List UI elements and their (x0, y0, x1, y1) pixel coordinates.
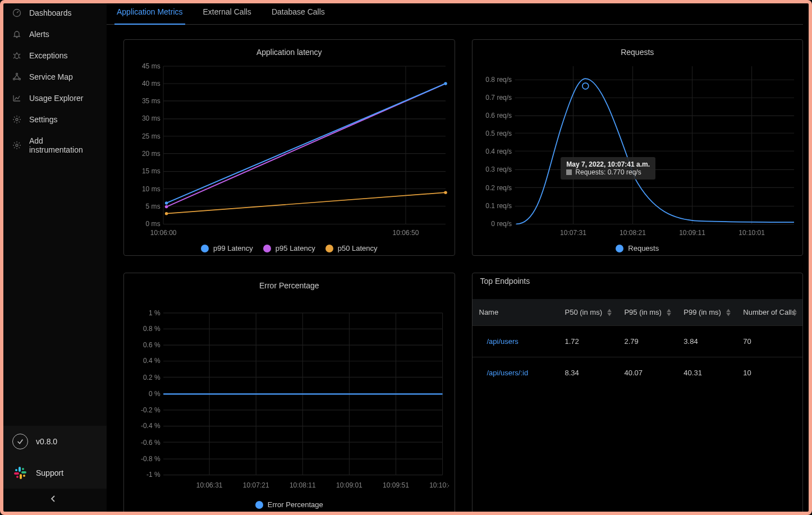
sidebar-item-service-map[interactable]: Service Map (0, 66, 107, 88)
col-p50[interactable]: P50 (in ms) (558, 299, 618, 326)
cell-p50: 1.72 (558, 326, 618, 357)
sidebar-item-exceptions[interactable]: Exceptions (0, 45, 107, 66)
col-p99[interactable]: P99 (in ms) (677, 299, 736, 326)
svg-point-66 (582, 83, 588, 89)
legend-item-requests[interactable]: Requests (616, 244, 659, 252)
tooltip-swatch-icon (566, 169, 572, 175)
endpoint-link[interactable]: /api/users/:id (472, 357, 558, 389)
requests-chart[interactable]: 0 req/s 0.1 req/s 0.2 req/s 0.3 req/s 0.… (478, 60, 797, 240)
legend-dot-icon (263, 245, 271, 252)
cell-p99: 40.31 (677, 357, 736, 389)
svg-text:-1 %: -1 % (146, 470, 160, 479)
tab-external-calls[interactable]: External Calls (201, 0, 254, 24)
svg-text:-0.8 %: -0.8 % (141, 454, 160, 463)
svg-text:10:06:31: 10:06:31 (196, 480, 223, 489)
svg-point-40 (165, 201, 168, 205)
svg-rect-7 (19, 467, 21, 472)
panel-title: Requests (478, 48, 797, 57)
tabs: Application Metrics External Calls Datab… (107, 0, 803, 25)
sidebar-collapse-button[interactable] (0, 489, 107, 515)
svg-text:10:07:21: 10:07:21 (243, 480, 269, 489)
legend-item-p99[interactable]: p99 Latency (201, 244, 253, 252)
svg-text:0.5 req/s: 0.5 req/s (485, 130, 512, 137)
support-row[interactable]: Support (0, 457, 107, 489)
col-calls[interactable]: Number of Calls (736, 299, 802, 326)
sidebar-item-alerts[interactable]: Alerts (0, 24, 107, 45)
svg-point-6 (16, 144, 18, 146)
endpoints-table: Name P50 (in ms) P95 (in ms) P99 (in ms)… (472, 299, 803, 388)
sidebar-item-label: Add instrumentation (29, 136, 94, 154)
version-label: v0.8.0 (36, 437, 57, 446)
sidebar-item-label: Dashboards (29, 8, 72, 17)
requests-panel: Requests 0 req/s 0.1 req/s 0.2 req/s 0.3… (472, 39, 804, 256)
svg-point-1 (15, 54, 19, 59)
tab-label: Database Calls (272, 7, 325, 16)
endpoint-link[interactable]: /api/users (472, 326, 558, 357)
legend-item-p95[interactable]: p95 Latency (263, 244, 315, 252)
cell-p50: 8.34 (558, 357, 618, 389)
svg-point-11 (15, 469, 17, 471)
legend-item-p50[interactable]: p50 Latency (325, 244, 378, 252)
svg-point-4 (19, 79, 21, 80)
tab-database-calls[interactable]: Database Calls (269, 0, 327, 24)
error-legend: Error Percentage (130, 496, 449, 510)
panel-title: Top Endpoints (472, 273, 803, 296)
svg-text:15 ms: 15 ms (142, 167, 160, 175)
tab-label: Application Metrics (117, 7, 183, 16)
sidebar-item-label: Exceptions (29, 51, 67, 60)
cell-p99: 3.84 (677, 326, 736, 357)
legend-label: Requests (628, 244, 659, 252)
sidebar-item-label: Usage Explorer (29, 94, 84, 103)
legend-label: p50 Latency (338, 244, 378, 252)
sidebar-item-label: Service Map (29, 72, 73, 81)
svg-text:0.8 req/s: 0.8 req/s (485, 76, 512, 84)
svg-text:30 ms: 30 ms (142, 114, 160, 122)
svg-text:0 req/s: 0 req/s (491, 220, 512, 228)
svg-text:1 %: 1 % (149, 308, 160, 317)
svg-text:10:06:00: 10:06:00 (150, 229, 177, 237)
error-chart[interactable]: -1 % -0.8 % -0.6 % -0.4 % -0.2 % 0 % 0.2… (130, 293, 449, 496)
version-row[interactable]: v0.8.0 (0, 426, 107, 457)
tab-application-metrics[interactable]: Application Metrics (114, 0, 185, 24)
sidebar-item-add-instrumentation[interactable]: Add instrumentation (0, 130, 107, 160)
svg-text:10:08:11: 10:08:11 (290, 480, 316, 489)
latency-panel: Application latency 0 ms 5 ms 10 ms 15 m… (123, 39, 455, 256)
svg-text:10 ms: 10 ms (142, 185, 160, 193)
sidebar-item-usage-explorer[interactable]: Usage Explorer (0, 88, 107, 109)
slack-icon (12, 465, 28, 481)
endpoints-panel: Top Endpoints Name P50 (in ms) P95 (in m… (472, 273, 804, 515)
svg-text:0.6 %: 0.6 % (143, 340, 160, 349)
svg-text:0.2 %: 0.2 % (143, 373, 160, 382)
gauge-icon (12, 8, 21, 17)
svg-text:0.4 req/s: 0.4 req/s (485, 148, 512, 155)
svg-point-12 (22, 468, 24, 470)
check-circle-icon (12, 434, 28, 449)
col-p95[interactable]: P95 (in ms) (617, 299, 677, 326)
svg-text:10:09:01: 10:09:01 (336, 480, 363, 489)
table-header-row: Name P50 (in ms) P95 (in ms) P99 (in ms)… (472, 299, 803, 326)
sort-icon (726, 309, 731, 316)
cell-calls: 10 (736, 357, 802, 389)
legend-item-error[interactable]: Error Percentage (255, 500, 323, 509)
svg-text:0 %: 0 % (149, 389, 160, 398)
legend-dot-icon (616, 245, 623, 252)
gear-icon (12, 115, 21, 124)
tab-label: External Calls (203, 7, 251, 16)
svg-text:45 ms: 45 ms (142, 62, 160, 70)
svg-text:0.2 req/s: 0.2 req/s (485, 184, 512, 192)
nodes-icon (12, 72, 21, 81)
sidebar-item-label: Settings (29, 115, 58, 124)
svg-text:-0.4 %: -0.4 % (141, 421, 160, 430)
sort-icon (667, 309, 671, 316)
svg-text:25 ms: 25 ms (142, 132, 160, 140)
col-name[interactable]: Name (472, 299, 558, 326)
sidebar-item-dashboards[interactable]: Dashboards (0, 2, 107, 24)
col-label: P50 (in ms) (565, 308, 602, 316)
nav: Dashboards Alerts Exceptions Service Map… (0, 0, 107, 426)
sidebar-item-settings[interactable]: Settings (0, 109, 107, 130)
cell-calls: 70 (736, 326, 802, 357)
col-label: Name (479, 308, 499, 316)
gear-icon (12, 141, 21, 150)
latency-chart[interactable]: 0 ms 5 ms 10 ms 15 ms 20 ms 25 ms 30 ms … (130, 60, 449, 240)
svg-text:0 ms: 0 ms (146, 220, 160, 228)
